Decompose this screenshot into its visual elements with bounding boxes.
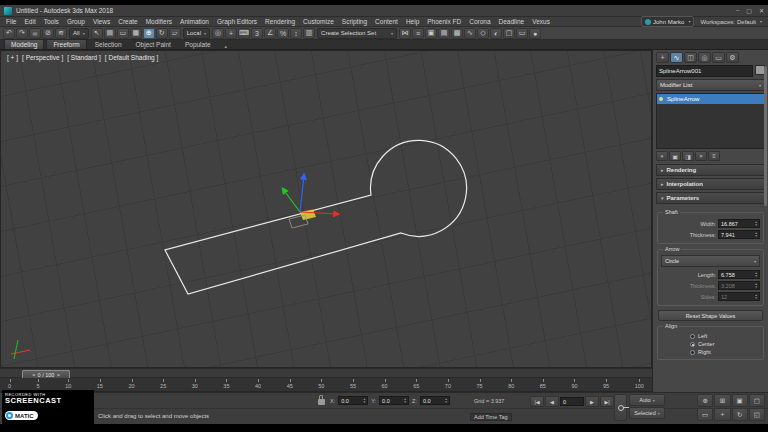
use-pivot-point-center-icon[interactable]: ◎: [212, 28, 224, 39]
viewport-shading-menu[interactable]: [ Default Shading ]: [105, 54, 158, 61]
zoom-all-icon[interactable]: ⊞: [714, 394, 730, 407]
gizmo-z-axis[interactable]: [300, 175, 304, 212]
select-object-icon[interactable]: ↖: [91, 28, 103, 39]
rectangular-selection-region-icon[interactable]: ▭: [117, 28, 129, 39]
menu-item[interactable]: Views: [89, 18, 114, 25]
tab-modeling[interactable]: Modeling: [4, 39, 44, 49]
keyboard-shortcut-override-icon[interactable]: ⌨: [238, 28, 250, 39]
rollout-interpolation[interactable]: Interpolation: [656, 178, 765, 190]
select-and-manipulate-icon[interactable]: +: [225, 28, 237, 39]
tab-populate[interactable]: Populate: [179, 40, 217, 49]
redo-icon[interactable]: ↷: [16, 28, 28, 39]
menu-item[interactable]: Customize: [299, 18, 338, 25]
toggle-scene-explorer-icon[interactable]: ▣: [425, 28, 437, 39]
toggle-layer-explorer-icon[interactable]: ▤: [438, 28, 450, 39]
align-right-radio[interactable]: [690, 350, 695, 355]
menu-item[interactable]: Scripting: [338, 18, 371, 25]
modifier-list-dropdown[interactable]: Modifier List: [656, 79, 765, 91]
align-center-option[interactable]: Center: [690, 341, 761, 347]
window-crossing-toggle-icon[interactable]: ▦: [130, 28, 142, 39]
width-spinner[interactable]: 16.867: [718, 219, 760, 228]
curve-editor-icon[interactable]: ∿: [464, 28, 476, 39]
close-button[interactable]: ✕: [759, 7, 764, 14]
tab-freeform[interactable]: Freeform: [46, 39, 86, 49]
align-left-option[interactable]: Left: [690, 333, 761, 339]
pin-stack-icon[interactable]: ⌖: [656, 151, 668, 161]
schematic-view-icon[interactable]: ◇: [477, 28, 489, 39]
maximize-viewport-toggle-icon[interactable]: ◱: [749, 408, 765, 421]
tab-selection[interactable]: Selection: [89, 40, 128, 49]
zoom-icon[interactable]: ⊕: [697, 394, 713, 407]
select-by-name-icon[interactable]: ▤: [104, 28, 116, 39]
spinner-arrows-icon[interactable]: [755, 272, 757, 278]
scene-canvas[interactable]: [1, 51, 652, 368]
spinner-arrows-icon[interactable]: [755, 232, 757, 238]
pan-icon[interactable]: +: [714, 408, 730, 421]
menu-item[interactable]: Content: [371, 18, 402, 25]
angle-snap-toggle-icon[interactable]: ∠: [264, 28, 276, 39]
selection-filter-dropdown[interactable]: All: [69, 28, 89, 39]
viewport-standard-menu[interactable]: [ Standard ]: [67, 54, 101, 61]
select-and-rotate-icon[interactable]: ↻: [156, 28, 168, 39]
zoom-extents-all-icon[interactable]: ▢: [749, 394, 765, 407]
menu-item[interactable]: Deadline: [495, 18, 529, 25]
spinner-arrows-icon[interactable]: [445, 398, 447, 404]
undo-icon[interactable]: ↶: [3, 28, 15, 39]
field-of-view-icon[interactable]: ▭: [697, 408, 713, 421]
unlink-selection-icon[interactable]: ⊘: [42, 28, 54, 39]
y-coordinate-field[interactable]: 0.0: [379, 396, 409, 405]
shaft-thickness-spinner[interactable]: 7.941: [718, 230, 760, 239]
viewport[interactable]: [ + ] [ Perspective ] [ Standard ] [ Def…: [0, 50, 652, 368]
gizmo-plane-handle[interactable]: [300, 210, 316, 221]
reference-coordinate-system-dropdown[interactable]: Local: [183, 28, 210, 39]
zoom-extents-icon[interactable]: ▣: [732, 394, 748, 407]
remove-modifier-icon[interactable]: ×: [695, 151, 707, 161]
auto-key-button[interactable]: Auto: [629, 394, 665, 406]
time-slider-track[interactable]: 0 / 100: [0, 368, 652, 378]
edit-named-selection-sets-icon[interactable]: ▥: [303, 28, 315, 39]
transform-gizmo[interactable]: [283, 175, 338, 228]
menu-item[interactable]: Tools: [40, 18, 63, 25]
motion-panel-tab-icon[interactable]: ◎: [698, 52, 711, 63]
reset-shape-values-button[interactable]: Reset Shape Values: [658, 310, 763, 321]
material-editor-icon[interactable]: ◐: [490, 28, 502, 39]
percent-snap-toggle-icon[interactable]: %: [277, 28, 289, 39]
user-account-menu[interactable]: John Marko: [641, 16, 694, 27]
toggle-ribbon-icon[interactable]: ▩: [451, 28, 463, 39]
menu-item[interactable]: Phoenix FD: [423, 18, 465, 25]
menu-item[interactable]: Corona: [465, 18, 494, 25]
x-coordinate-field[interactable]: 0.0: [338, 396, 368, 405]
viewport-pov-menu[interactable]: [ Perspective ]: [22, 54, 63, 61]
select-and-link-icon[interactable]: ∞: [29, 28, 41, 39]
command-panel-scrollbar[interactable]: [764, 66, 767, 206]
current-frame-field[interactable]: 0: [560, 397, 584, 406]
spinner-arrows-icon[interactable]: [755, 221, 757, 227]
rollout-parameters[interactable]: Parameters: [656, 192, 765, 204]
menu-item[interactable]: Group: [63, 18, 89, 25]
align-left-radio[interactable]: [690, 334, 695, 339]
gizmo-y-axis[interactable]: [283, 189, 300, 212]
spinner-arrows-icon[interactable]: [363, 398, 365, 404]
viewport-general-menu[interactable]: [ + ]: [7, 54, 18, 61]
menu-item[interactable]: Rendering: [261, 18, 299, 25]
utilities-panel-tab-icon[interactable]: ⚙: [726, 52, 739, 63]
selection-lock-toggle-icon[interactable]: [318, 399, 325, 405]
selected-key-filter-dropdown[interactable]: Selected: [629, 407, 665, 419]
make-unique-icon[interactable]: ◨: [682, 151, 694, 161]
ribbon-collapse-icon[interactable]: [225, 43, 228, 49]
rollout-rendering[interactable]: Rendering: [656, 164, 765, 176]
align-right-option[interactable]: Right: [690, 349, 761, 355]
menu-item[interactable]: Modifiers: [142, 18, 176, 25]
workspaces-selector[interactable]: Workspaces: Default: [700, 19, 762, 25]
menu-item[interactable]: Graph Editors: [213, 18, 261, 25]
bind-to-space-warp-icon[interactable]: ≋: [55, 28, 67, 39]
create-panel-tab-icon[interactable]: +: [656, 52, 669, 63]
align-center-radio[interactable]: [690, 342, 695, 347]
length-spinner[interactable]: 6.758: [718, 270, 760, 279]
select-and-move-icon[interactable]: ⊕: [143, 28, 155, 39]
menu-item[interactable]: Create: [114, 18, 142, 25]
render-production-icon[interactable]: ●: [529, 28, 541, 39]
arrow-type-dropdown[interactable]: Circle: [661, 255, 760, 267]
spline-arrow-shape[interactable]: [165, 140, 467, 294]
play-animation-button[interactable]: ▶: [585, 396, 599, 407]
